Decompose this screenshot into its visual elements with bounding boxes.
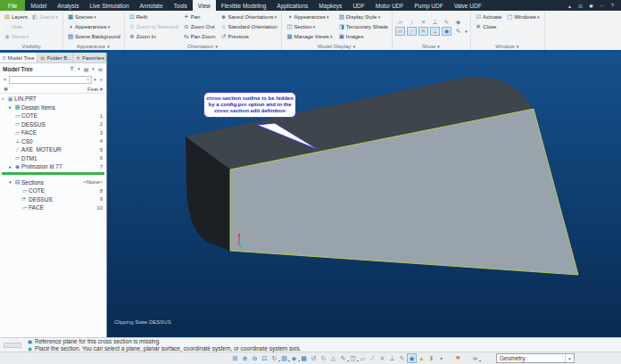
find-icon[interactable] [470, 353, 480, 363]
tree-item[interactable]: FACE 3 [0, 128, 106, 137]
show-button[interactable]: Show [2, 31, 61, 41]
images-button[interactable]: Images [336, 31, 390, 41]
annotation-display-icon[interactable] [397, 353, 407, 363]
tree-item[interactable]: ▸ Design Items [0, 103, 106, 112]
csys-display-icon[interactable] [430, 18, 440, 27]
tree-settings-icon[interactable] [97, 66, 104, 72]
close-window-button[interactable]: Close [473, 21, 503, 31]
pause-icon[interactable] [426, 353, 436, 363]
menu-tab[interactable]: Mapkeys [313, 0, 347, 11]
pan-zoom-button[interactable]: Pan Zoom [181, 31, 218, 41]
chevron-down-icon[interactable] [93, 77, 97, 82]
tree-item[interactable]: DTM1 6 [0, 154, 106, 163]
spin-center-icon[interactable] [442, 27, 451, 36]
panel-tab[interactable]: Favorites [73, 53, 106, 62]
tree-item[interactable]: FACE 10 [0, 203, 106, 212]
tree-item[interactable]: CS0 4 [0, 137, 106, 146]
tree-columns-icon[interactable] [83, 66, 89, 72]
help-icon[interactable] [609, 3, 616, 8]
stop-icon[interactable] [436, 353, 446, 363]
zoom-out-button[interactable]: Zoom Out [181, 21, 218, 31]
panel-tab[interactable]: Model Tree [0, 53, 37, 62]
warning-display-icon[interactable] [417, 353, 426, 363]
chevron-down-icon[interactable] [464, 29, 468, 34]
display-style-button[interactable]: Display Style [336, 12, 390, 21]
options-icon[interactable] [588, 3, 594, 9]
spin-center-icon[interactable] [407, 353, 417, 363]
plane-display-icon[interactable] [358, 353, 368, 363]
csys-tag-icon[interactable] [430, 27, 440, 36]
display-style-icon[interactable] [279, 353, 289, 363]
menu-tab[interactable]: Live Simulation [84, 0, 134, 11]
minimize-icon[interactable] [599, 3, 605, 8]
activate-button[interactable]: Activate [473, 12, 503, 21]
tree-item[interactable]: ▸ Protrusion id 77 7 [0, 162, 106, 171]
notes-display-icon[interactable] [453, 27, 463, 36]
tree-item[interactable]: ▾ Sections <None> [0, 178, 106, 187]
pan-button[interactable]: Pan [181, 12, 218, 21]
zoom-in-icon[interactable] [240, 353, 250, 363]
spin-icon[interactable] [319, 353, 328, 363]
previous-button[interactable]: Previous [218, 31, 279, 41]
tree-filter-input[interactable] [10, 77, 85, 83]
menu-tab[interactable]: View [193, 0, 216, 11]
scene-background-button[interactable]: Scene Background [65, 31, 122, 41]
scenes-button[interactable]: Scenes [65, 12, 122, 21]
saved-orientations-icon[interactable] [289, 353, 299, 363]
plane-display-icon[interactable] [395, 18, 405, 27]
zoom-out-icon[interactable] [250, 353, 260, 363]
point-display-icon[interactable] [377, 353, 387, 363]
selection-filter-combo[interactable]: Geometry [496, 353, 575, 363]
3d-model-canvas[interactable] [107, 53, 621, 337]
menu-tab[interactable]: Pump UDF [410, 0, 449, 11]
point-tag-icon[interactable] [418, 27, 428, 36]
saved-orientations-button[interactable]: Saved Orientations [218, 12, 279, 21]
menu-tab[interactable]: UDF [347, 0, 369, 11]
temporary-shade-button[interactable]: Temporary Shade [336, 21, 390, 31]
message-area-grip[interactable] [4, 343, 21, 348]
menu-tab[interactable]: Motor UDF [370, 0, 410, 11]
chevron-down-icon[interactable] [565, 354, 574, 362]
plane-tag-icon[interactable] [395, 27, 405, 36]
menu-tab[interactable]: Annotate [135, 0, 169, 11]
status-button[interactable]: Status [29, 12, 61, 21]
command-search-icon[interactable] [577, 3, 584, 9]
tree-item[interactable]: DESSUS 2 [0, 120, 106, 129]
menu-tab[interactable]: Flexible Modeling [216, 0, 272, 11]
menu-tab[interactable]: Tools [169, 0, 193, 11]
standard-orientation-button[interactable]: Standard Orientation [218, 21, 279, 31]
expand-plus-icon[interactable] [98, 77, 104, 82]
tree-item[interactable]: COTE 8 [0, 186, 106, 195]
render-icon[interactable] [299, 353, 309, 363]
tree-item[interactable]: COTE 1 [0, 112, 106, 120]
axis-display-icon[interactable] [368, 353, 377, 363]
refit-button[interactable]: Refit [127, 12, 180, 21]
dragger-display-icon[interactable] [453, 18, 463, 27]
layers-button[interactable]: Layers [2, 12, 29, 21]
collapse-ribbon-icon[interactable] [567, 3, 573, 9]
repaint-icon[interactable] [269, 353, 279, 363]
clear-icon[interactable] [85, 77, 91, 82]
gear-icon[interactable] [4, 86, 8, 92]
manage-views-button[interactable]: Manage Views [284, 31, 335, 41]
axis-tag-icon[interactable] [407, 27, 417, 36]
tree-item[interactable]: AXE_MOTEUR 5 [0, 145, 106, 154]
flag-icon[interactable] [453, 353, 463, 363]
menu-tab[interactable]: Valve UDF [449, 0, 487, 11]
graphics-area[interactable]: cross-section outline to be hidden by a … [107, 53, 621, 337]
appearances-button[interactable]: Appearances [65, 21, 122, 31]
refresh-icon[interactable] [309, 353, 319, 363]
zoom-to-selected-button[interactable]: Zoom to Selected [127, 21, 180, 31]
csys-display-icon[interactable] [387, 353, 397, 363]
windows-button[interactable]: Windows [504, 12, 542, 21]
section-button[interactable]: Section [284, 21, 335, 31]
tree-item[interactable]: DESSUS 9 [0, 195, 106, 204]
hide-button[interactable]: Hide [2, 21, 61, 31]
tree-filters-icon[interactable] [69, 66, 75, 72]
menu-tab[interactable]: Applications [271, 0, 313, 11]
section-icon[interactable] [348, 353, 358, 363]
menu-tab[interactable]: File [0, 0, 25, 11]
zoom-box-icon[interactable] [230, 353, 240, 363]
annotation-display-icon[interactable] [442, 18, 451, 27]
tree-item[interactable]: ▲ LIN.PRT [0, 95, 106, 103]
